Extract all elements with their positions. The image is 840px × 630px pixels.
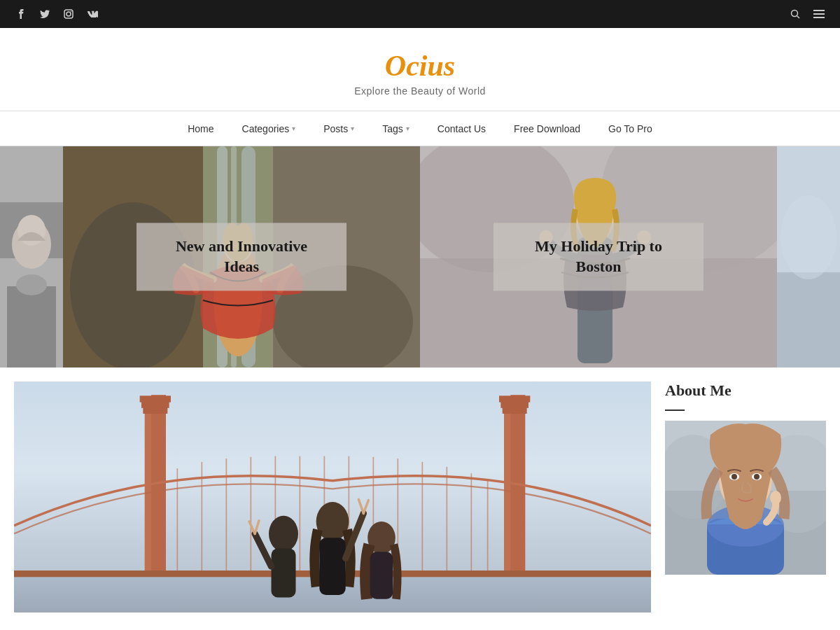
hero-panel-center-left[interactable]: New and Innovative Ideas — [63, 146, 420, 368]
about-me-section: About Me — [665, 382, 826, 575]
svg-rect-40 — [143, 407, 167, 414]
svg-rect-12 — [7, 286, 56, 368]
svg-rect-5 — [813, 10, 825, 11]
svg-point-11 — [18, 215, 46, 246]
svg-rect-6 — [813, 13, 825, 15]
hero-section: New and Innovative Ideas — [0, 146, 840, 368]
svg-point-2 — [71, 11, 72, 13]
about-me-title: About Me — [665, 382, 826, 404]
svg-rect-47 — [499, 396, 530, 402]
svg-line-4 — [797, 16, 800, 19]
about-photo — [665, 421, 826, 575]
about-me-underline — [665, 410, 685, 411]
site-title[interactable]: Ocius — [14, 49, 826, 83]
content-area: About Me — [0, 368, 840, 612]
facebook-icon[interactable] — [14, 7, 28, 21]
sidebar: About Me — [665, 382, 826, 575]
main-nav: Home Categories ▾ Posts ▾ Tags ▾ Contact… — [0, 111, 840, 146]
svg-point-86 — [754, 474, 760, 479]
svg-rect-0 — [64, 10, 73, 18]
svg-point-1 — [66, 12, 71, 16]
svg-rect-64 — [272, 549, 296, 598]
svg-point-35 — [780, 195, 836, 279]
nav-posts[interactable]: Posts ▾ — [309, 111, 368, 146]
hero-panel-center-right[interactable]: My Holiday Trip to Boston — [420, 146, 777, 368]
svg-rect-74 — [370, 552, 393, 599]
hero-panel-left-small — [0, 146, 63, 368]
nav-free-download[interactable]: Free Download — [500, 111, 594, 146]
menu-icon[interactable] — [812, 7, 826, 21]
svg-point-3 — [792, 10, 798, 17]
svg-point-63 — [269, 516, 298, 552]
nav-home[interactable]: Home — [174, 111, 227, 146]
svg-point-13 — [16, 274, 47, 295]
svg-rect-7 — [813, 17, 825, 18]
instagram-icon[interactable] — [62, 7, 76, 21]
site-header: Ocius Explore the Beauty of World — [0, 28, 840, 111]
social-icons — [14, 7, 99, 21]
svg-rect-45 — [503, 407, 527, 414]
nav-tags[interactable]: Tags ▾ — [368, 111, 424, 146]
search-icon[interactable] — [788, 7, 802, 21]
nav-go-to-pro[interactable]: Go To Pro — [594, 111, 666, 146]
svg-point-84 — [732, 474, 737, 479]
twitter-icon[interactable] — [38, 7, 52, 21]
svg-rect-46 — [500, 402, 528, 408]
categories-arrow: ▾ — [292, 125, 295, 132]
main-post-image[interactable] — [14, 382, 651, 612]
main-content — [14, 382, 651, 612]
svg-rect-42 — [140, 396, 171, 402]
svg-rect-41 — [141, 402, 169, 408]
svg-rect-69 — [319, 538, 345, 595]
tags-arrow: ▾ — [406, 125, 410, 132]
svg-rect-34 — [777, 272, 840, 368]
nav-contact[interactable]: Contact Us — [424, 111, 500, 146]
svg-point-87 — [770, 491, 781, 505]
posts-arrow: ▾ — [351, 125, 354, 132]
hero-panel-right-small — [777, 146, 840, 368]
site-tagline: Explore the Beauty of World — [14, 85, 826, 97]
hero-caption-right[interactable]: My Holiday Trip to Boston — [493, 223, 704, 290]
vk-icon[interactable] — [85, 7, 99, 21]
top-bar — [0, 0, 840, 28]
hero-caption-left[interactable]: New and Innovative Ideas — [136, 223, 346, 290]
nav-categories[interactable]: Categories ▾ — [228, 111, 310, 146]
top-bar-actions — [788, 7, 826, 21]
